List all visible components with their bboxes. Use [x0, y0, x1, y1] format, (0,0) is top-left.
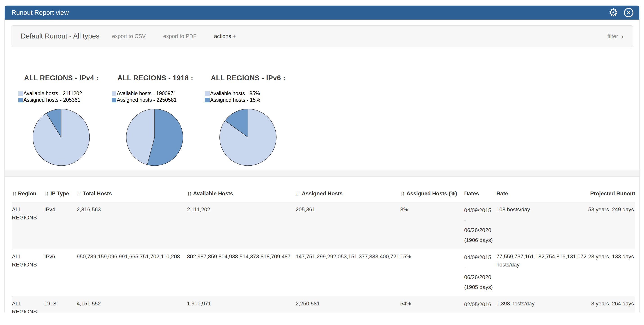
actions-menu-button[interactable]: actions +: [214, 33, 236, 40]
legend-label: Available hosts - 2111202: [24, 90, 82, 96]
pie-charts-section: ALL REGIONS - IPv4 : Available hosts - 2…: [5, 74, 639, 166]
legend-item: Assigned hosts - 205361: [18, 97, 112, 103]
cell-projected-runout: 3 years, 264 days: [586, 296, 635, 313]
column-label: Assigned Hosts (%): [406, 190, 457, 196]
cell-rate: 1,398 hosts/day: [496, 296, 586, 313]
column-header-region[interactable]: ↓↑Region: [12, 187, 44, 202]
sort-icon[interactable]: ↓↑: [187, 190, 191, 196]
cell-dates: 04/09/2015 - 06/26/2020 (1905 days): [464, 249, 496, 296]
cell-available-hosts: 2,111,202: [187, 202, 296, 249]
sort-icon[interactable]: ↓↑: [296, 190, 300, 196]
column-label: Rate: [496, 190, 508, 196]
cell-projected-runout: 53 years, 249 days: [586, 202, 635, 249]
chart-ipv4: ALL REGIONS - IPv4 : Available hosts - 2…: [18, 74, 112, 166]
cell-available-hosts: 802,987,859,804,938,514,373,818,709,487: [187, 249, 296, 296]
cell-region: ALL REGIONS: [12, 249, 44, 296]
runout-table: ↓↑Region ↓↑IP Type ↓↑Total Hosts ↓↑Avail…: [12, 187, 635, 313]
cell-total-hosts: 4,151,552: [77, 296, 187, 313]
window-title: Runout Report view: [12, 9, 69, 16]
chart-ipv6: ALL REGIONS - IPv6 : Available hosts - 8…: [205, 74, 298, 166]
cell-rate: 77,559,737,161,182,754,816,131,072 hosts…: [496, 249, 586, 296]
table-row: ALL REGIONS IPv6 950,739,159,096,991,665…: [12, 249, 635, 296]
table-row: ALL REGIONS 1918 4,151,552 1,900,971 2,2…: [12, 296, 635, 313]
legend-item: Available hosts - 2111202: [18, 90, 112, 97]
column-label: Total Hosts: [83, 190, 112, 196]
cell-assigned-hosts: 2,250,581: [296, 296, 400, 313]
pie-chart-1918: [126, 108, 184, 166]
report-name: Default Runout - All types: [21, 32, 100, 40]
legend-swatch-assigned: [112, 98, 116, 102]
column-header-available-hosts[interactable]: ↓↑Available Hosts: [187, 187, 296, 202]
chart-legend: Available hosts - 1900971 Assigned hosts…: [112, 90, 205, 103]
sort-icon[interactable]: ↓↑: [77, 190, 80, 196]
chevron-right-icon: ›: [621, 34, 624, 39]
column-label: Available Hosts: [193, 190, 233, 196]
legend-label: Available hosts - 1900971: [117, 90, 176, 96]
legend-item: Assigned hosts - 2250581: [112, 97, 205, 103]
pie-chart-ipv4: [32, 108, 90, 166]
gear-icon: ⚙: [608, 7, 618, 18]
cell-assigned-pct: 15%: [400, 249, 464, 296]
cell-assigned-hosts: 205,361: [296, 202, 400, 249]
legend-label: Assigned hosts - 15%: [210, 97, 260, 103]
column-header-rate: Rate: [496, 187, 586, 202]
column-label: Region: [18, 190, 36, 196]
legend-item: Available hosts - 85%: [205, 90, 298, 97]
filter-button[interactable]: filter ›: [607, 33, 624, 40]
legend-label: Assigned hosts - 205361: [24, 97, 80, 103]
chart-title: ALL REGIONS - 1918 :: [112, 74, 205, 82]
table-header-row: ↓↑Region ↓↑IP Type ↓↑Total Hosts ↓↑Avail…: [12, 187, 635, 202]
runout-report-panel: Runout Report view ⚙ × Default Runout - …: [4, 6, 640, 313]
cell-dates: 04/09/2015 - 06/26/2020 (1906 days): [464, 202, 496, 249]
chart-1918: ALL REGIONS - 1918 : Available hosts - 1…: [112, 74, 205, 166]
column-label: Projected Runout: [590, 190, 635, 196]
legend-swatch-available: [18, 91, 23, 96]
pie-chart-ipv6: [219, 108, 277, 166]
column-header-ip-type[interactable]: ↓↑IP Type: [44, 187, 77, 202]
settings-button[interactable]: ⚙: [608, 7, 618, 18]
cell-ip-type: IPv4: [44, 202, 77, 249]
cell-total-hosts: 950,739,159,096,991,665,751,702,110,208: [77, 249, 187, 296]
export-csv-link[interactable]: export to CSV: [112, 33, 146, 40]
column-header-total-hosts[interactable]: ↓↑Total Hosts: [77, 187, 187, 202]
column-label: Assigned Hosts: [302, 190, 342, 196]
horizontal-scrollbar[interactable]: [5, 170, 639, 177]
chart-legend: Available hosts - 2111202 Assigned hosts…: [18, 90, 112, 103]
table-row: ALL REGIONS IPv4 2,316,563 2,111,202 205…: [12, 202, 635, 249]
legend-swatch-assigned: [205, 98, 210, 102]
legend-item: Assigned hosts - 15%: [205, 97, 298, 103]
filter-label: filter: [607, 33, 618, 40]
cell-region: ALL REGIONS: [12, 202, 44, 249]
column-label: IP Type: [50, 190, 69, 196]
close-icon: ×: [627, 9, 630, 16]
cell-projected-runout: 28 years, 133 days: [586, 249, 635, 296]
export-pdf-link[interactable]: export to PDF: [163, 33, 196, 40]
cell-available-hosts: 1,900,971: [187, 296, 296, 313]
cell-assigned-pct: 54%: [400, 296, 464, 313]
legend-label: Available hosts - 85%: [210, 90, 260, 96]
cell-rate: 108 hosts/day: [496, 202, 586, 249]
legend-item: Available hosts - 1900971: [112, 90, 205, 97]
column-header-dates: Dates: [464, 187, 496, 202]
cell-ip-type: IPv6: [44, 249, 77, 296]
cell-assigned-pct: 8%: [400, 202, 464, 249]
sort-icon[interactable]: ↓↑: [44, 190, 48, 196]
chart-legend: Available hosts - 85% Assigned hosts - 1…: [205, 90, 298, 103]
chart-title: ALL REGIONS - IPv6 :: [205, 74, 298, 82]
legend-swatch-available: [112, 91, 116, 96]
column-header-assigned-hosts-pct[interactable]: ↓↑Assigned Hosts (%): [400, 187, 464, 202]
sort-icon[interactable]: ↓↑: [12, 190, 16, 196]
close-button[interactable]: ×: [624, 8, 634, 17]
chart-title: ALL REGIONS - IPv4 :: [18, 74, 112, 82]
cell-dates: 02/05/2016 - 07/02/2020 (1610 days): [464, 296, 496, 313]
column-header-projected-runout: Projected Runout: [586, 187, 635, 202]
cell-assigned-hosts: 147,751,299,292,053,151,377,883,400,721: [296, 249, 400, 296]
cell-total-hosts: 2,316,563: [77, 202, 187, 249]
title-bar: Runout Report view ⚙ ×: [5, 6, 639, 20]
sort-icon[interactable]: ↓↑: [400, 190, 404, 196]
column-label: Dates: [464, 190, 479, 196]
report-toolbar: Default Runout - All types export to CSV…: [11, 26, 633, 47]
cell-region: ALL REGIONS: [12, 296, 44, 313]
column-header-assigned-hosts[interactable]: ↓↑Assigned Hosts: [296, 187, 400, 202]
legend-swatch-available: [205, 91, 210, 96]
